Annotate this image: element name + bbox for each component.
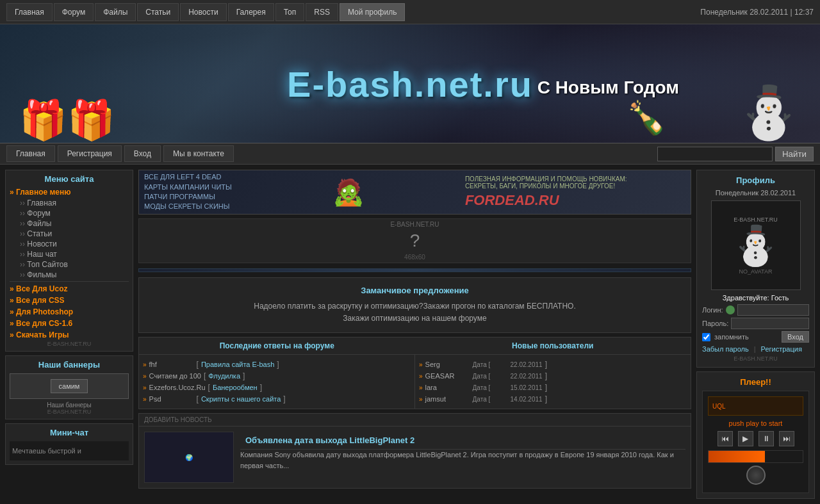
forum-left-title: Последние ответы на форуме [139,337,415,355]
menu-chat[interactable]: Наш чат [10,249,129,259]
menu-top[interactable]: Топ Сайтов [10,259,129,270]
player-volume-fill [709,451,765,462]
player-next-btn[interactable]: ⏭ [779,431,794,446]
nav-novosti[interactable]: Новости [180,3,226,21]
profile-box: Профиль Понедельник 28.02.2011 E-BASH.NE… [696,170,815,368]
nav-profile[interactable]: Мой профиль [340,3,406,21]
minichat-preview: Мечтаешь быстрой и [12,447,81,455]
menu-photoshop: Для Photoshop [10,307,129,316]
forum-row: » fhf [ Правила сайта E-bash ] [143,359,411,370]
profile-date: Понедельник 28.02.2011 [702,189,809,197]
banners-title: Наши баннеры [10,360,129,370]
nav-rss[interactable]: RSS [306,3,338,21]
gifts-decoration: 🎁🎁 [19,97,115,143]
avatar-label: NO_AVATAR [739,268,773,275]
nav-files[interactable]: Файлы [95,3,136,21]
password-field: Пароль: [702,318,809,329]
forum-topic-2[interactable]: Флудилка [208,372,240,380]
menu-glavnaya[interactable]: Главная [10,198,129,208]
menu-forum[interactable]: Форум [10,208,129,218]
forum-news-header: Последние ответы на форуме Новые пользов… [139,337,691,355]
register-link[interactable]: Регистрация [761,345,802,353]
menu-stati[interactable]: Статьи [10,229,129,239]
nav2-vkontakte[interactable]: Мы в контакте [163,145,234,162]
question-mark: ? [410,231,420,251]
login-input[interactable] [737,304,809,316]
news-item: 🌍 Объявлена дата выхода LittleBigPlanet … [139,427,691,488]
nav-forum[interactable]: Форум [54,3,94,21]
player-pause-btn[interactable]: ⏸ [758,431,774,446]
player-inner: UQL push play to start ⏮ ▶ ⏸ ⏭ [702,391,809,493]
ad-banner-1[interactable]: ВСЕ ДЛЯ LEFT 4 DEADКАРТЫ КАМПАНИИ ЧИТЫПА… [138,170,691,215]
profile-avatar: E-BASH.NET.RU ⛄ NO_AVATAR [711,200,801,290]
password-input[interactable] [731,318,809,329]
player-play-btn[interactable]: ▶ [738,431,753,446]
forgot-password-link[interactable]: Забыл пароль [702,345,749,353]
menu-games: Скачать Игры [10,330,129,339]
menu-box: Меню сайта Главное меню Главная Форум Фа… [5,170,133,352]
profile-title: Профиль [702,175,809,185]
forum-topic-3[interactable]: Банерообмен [213,384,258,391]
minichat-box: Мини-чат Мечтаешь быстрой и [5,423,133,465]
nav-stati[interactable]: Статьи [137,3,179,21]
banner-title: E-bash.net.ru [287,63,533,104]
forum-topic-4[interactable]: Скрипты с нашего сайта [201,395,281,403]
news-section: ДОБАВИТЬ НОВОСТЬ 🌍 Объявлена дата выхода… [138,413,691,489]
nav2-vkhod[interactable]: Вход [124,145,161,162]
center-divider [138,268,691,272]
nav2-glavnaya[interactable]: Главная [6,145,55,162]
nav2-registration[interactable]: Регистрация [58,145,122,162]
small-ad[interactable]: E-BASH.NET.RU ? 468x60 [138,218,691,263]
banner: 🎁🎁 E-bash.net.ru 🍾 С Новым Годом ⛄ [0,24,820,143]
profile-wm: E-BASH.NET.RU [702,355,809,362]
user-row: » GEASAR Дата [ 22.02.2011 ] [419,370,687,382]
forum-right-col: » Serg Дата [ 22.02.2011 ] » GEASAR Дата… [415,355,691,409]
center-content: ВСЕ ДЛЯ LEFT 4 DEADКАРТЫ КАМПАНИИ ЧИТЫПА… [138,170,691,499]
remember-label: запомнить [714,333,749,341]
nav-galereya[interactable]: Галерея [228,3,274,21]
banner-subtitle: С Новым Годом [537,77,679,98]
banners-label: Наши баннеры [10,402,129,409]
offer-title: Заманчивое предложение [147,286,683,295]
ad1-text: ВСЕ ДЛЯ LEFT 4 DEADКАРТЫ КАМПАНИИ ЧИТЫПА… [144,172,232,212]
forum-news-box: Последние ответы на форуме Новые пользов… [138,337,691,409]
avatar-snowman: ⛄ [732,223,780,268]
menu-ucoz: Все Для Ucoz [10,284,129,293]
remember-checkbox[interactable] [702,333,710,341]
nav-glavnaya[interactable]: Главная [6,3,53,21]
main-layout: Меню сайта Главное меню Главная Форум Фа… [0,165,820,504]
menu-films[interactable]: Фильмы [10,270,129,280]
player-volume[interactable] [708,450,803,463]
minichat-title: Мини-чат [10,428,129,437]
banner-btn[interactable]: самим [51,379,88,393]
nav-top[interactable]: Топ [275,3,305,21]
forum-row: » Psd [ Скрипты с нашего сайта ] [143,393,411,405]
forum-cols: » fhf [ Правила сайта E-bash ] » Считаем… [139,355,691,409]
forum-right-title: Новые пользователи [415,337,691,355]
sidebar-wm1: E-BASH.NET.RU [10,341,129,347]
right-sidebar: Профиль Понедельник 28.02.2011 E-BASH.NE… [696,170,815,499]
menu-faily[interactable]: Файлы [10,218,129,229]
player-knob[interactable] [746,466,766,485]
profile-links: Забыл пароль | Регистрация [702,345,809,353]
ad2-size: 468x60 [404,254,425,261]
player-prev-btn[interactable]: ⏮ [718,431,733,446]
login-button[interactable]: Вход [782,331,809,343]
offer-text: Надоело платить за раскрутку и оптимизац… [147,300,683,325]
avatar-site-label: E-BASH.NET.RU [734,216,778,223]
menu-section-main: Главное меню [10,188,129,197]
search-input[interactable] [657,147,773,161]
snowman-decoration: ⛄ [737,83,801,143]
menu-cs16: Все для CS-1.6 [10,319,129,328]
news-add-link[interactable]: ДОБАВИТЬ НОВОСТЬ [139,414,217,426]
user-row: » Serg Дата [ 22.02.2011 ] [419,359,687,370]
login-label: Логин: [702,306,723,314]
forum-row: » Exzefors.Ucoz.Ru [ Банерообмен ] [143,382,411,393]
second-nav: Главная Регистрация Вход Мы в контакте Н… [0,143,820,165]
forum-topic-1[interactable]: Правила сайта E-bash [201,361,274,368]
news-content: Объявлена дата выхода LittleBigPlanet 2 … [240,432,685,483]
player-display-text: UQL [712,403,726,410]
user-row: » lara Дата [ 15.02.2011 ] [419,382,687,393]
menu-novosti[interactable]: Новости [10,239,129,249]
search-button[interactable]: Найти [775,147,814,161]
